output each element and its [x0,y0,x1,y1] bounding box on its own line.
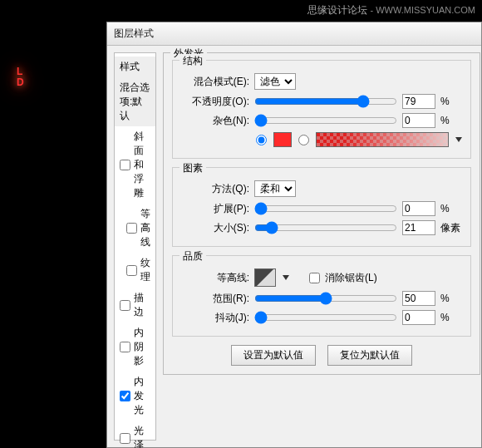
solid-color-radio[interactable] [256,135,267,145]
default-buttons-row: 设置为默认值 复位为默认值 [172,345,471,366]
quality-title: 品质 [180,249,206,263]
sidebar-blend-options[interactable]: 混合选项:默认 [115,77,155,126]
opacity-slider[interactable] [254,95,397,108]
size-input[interactable] [402,220,435,235]
sidebar-label-4: 内阴影 [134,326,150,368]
noise-slider[interactable] [254,114,397,127]
elements-title: 图素 [180,161,206,175]
layer-style-dialog: 图层样式 样式 混合选项:默认 斜面和浮雕等高线纹理描边内阴影内发光光泽颜色叠加… [106,22,482,448]
spread-label: 扩展(P): [181,202,249,216]
blend-mode-label: 混合模式(E): [181,75,249,89]
spread-input[interactable] [402,201,435,216]
size-unit: 像素 [440,221,462,235]
elements-group: 图素 方法(Q): 柔和 扩展(P): % 大小(S): [172,167,471,247]
sidebar-label-6: 光泽 [134,424,150,448]
opacity-input[interactable] [402,94,435,109]
sidebar-item-3[interactable]: 描边 [115,288,155,322]
neon-preview: L D [17,66,27,87]
noise-label: 杂色(N): [181,114,249,128]
opacity-label: 不透明度(O): [181,95,249,109]
jitter-input[interactable] [402,310,435,325]
range-slider[interactable] [254,292,397,305]
contour-label: 等高线: [181,271,249,285]
sidebar-styles-header[interactable]: 样式 [115,57,155,77]
neon-line-2: D [17,77,27,88]
jitter-unit: % [440,312,462,323]
antialias-label: 消除锯齿(L) [325,271,377,285]
watermark-main: 思缘设计论坛 [307,4,367,16]
gradient-swatch[interactable] [316,132,449,147]
spread-unit: % [440,203,462,214]
outer-glow-group: 外发光 结构 混合模式(E): 滤色 不透明度(O): % [163,52,480,375]
sidebar-label-2: 纹理 [140,256,150,284]
technique-select[interactable]: 柔和 [254,180,296,197]
opacity-unit: % [440,96,462,107]
dialog-titlebar[interactable]: 图层样式 [107,22,481,46]
styles-sidebar: 样式 混合选项:默认 斜面和浮雕等高线纹理描边内阴影内发光光泽颜色叠加渐变叠加图… [114,52,156,441]
sidebar-checkbox-1[interactable] [126,223,137,234]
contour-dropdown-icon[interactable] [283,275,289,280]
sidebar-label-3: 描边 [134,291,150,319]
sidebar-item-0[interactable]: 斜面和浮雕 [115,126,155,204]
sidebar-styles-label: 样式 [120,60,140,74]
range-input[interactable] [402,291,435,306]
size-label: 大小(S): [181,221,249,235]
sidebar-item-1[interactable]: 等高线 [115,204,155,253]
sidebar-item-4[interactable]: 内阴影 [115,322,155,372]
sidebar-checkbox-6[interactable] [120,433,130,444]
sidebar-label-5: 内发光 [134,375,150,417]
sidebar-checkbox-2[interactable] [126,265,137,276]
sidebar-checkbox-0[interactable] [120,160,130,170]
jitter-slider[interactable] [254,311,397,324]
reset-default-button[interactable]: 复位为默认值 [327,345,412,366]
blend-mode-select[interactable]: 滤色 [254,73,296,90]
structure-group: 结构 混合模式(E): 滤色 不透明度(O): % 杂色(N) [172,60,471,159]
sidebar-item-2[interactable]: 纹理 [115,253,155,288]
range-unit: % [440,293,462,304]
dialog-title: 图层样式 [114,27,154,39]
neon-line-1: L [17,66,27,77]
contour-swatch[interactable] [254,268,276,287]
dialog-content: 样式 混合选项:默认 斜面和浮雕等高线纹理描边内阴影内发光光泽颜色叠加渐变叠加图… [107,46,481,447]
watermark: 思缘设计论坛 - WWW.MISSYUAN.COM [307,3,475,17]
solid-color-swatch[interactable] [273,132,292,147]
size-slider[interactable] [254,221,397,234]
sidebar-checkbox-5[interactable] [120,391,130,401]
outer-glow-panel: 外发光 结构 混合模式(E): 滤色 不透明度(O): % [163,52,480,441]
structure-title: 结构 [180,54,206,68]
jitter-label: 抖动(J): [181,311,249,325]
set-default-button[interactable]: 设置为默认值 [231,345,316,366]
gradient-radio[interactable] [298,135,309,145]
antialias-checkbox[interactable] [309,273,320,283]
sidebar-item-6[interactable]: 光泽 [115,421,155,448]
sidebar-label-0: 斜面和浮雕 [134,130,150,200]
sidebar-checkbox-3[interactable] [120,300,130,311]
sidebar-label-1: 等高线 [140,207,150,249]
watermark-sub: - WWW.MISSYUAN.COM [371,5,476,15]
spread-slider[interactable] [254,202,397,215]
sidebar-item-5[interactable]: 内发光 [115,372,155,421]
sidebar-checkbox-4[interactable] [120,342,130,352]
gradient-dropdown-icon[interactable] [455,137,462,142]
quality-group: 品质 等高线: 消除锯齿(L) 范围(R): % [172,255,471,337]
noise-input[interactable] [402,113,435,128]
sidebar-blend-label: 混合选项:默认 [120,81,150,123]
technique-label: 方法(Q): [181,182,249,196]
noise-unit: % [440,115,462,126]
range-label: 范围(R): [181,292,249,306]
